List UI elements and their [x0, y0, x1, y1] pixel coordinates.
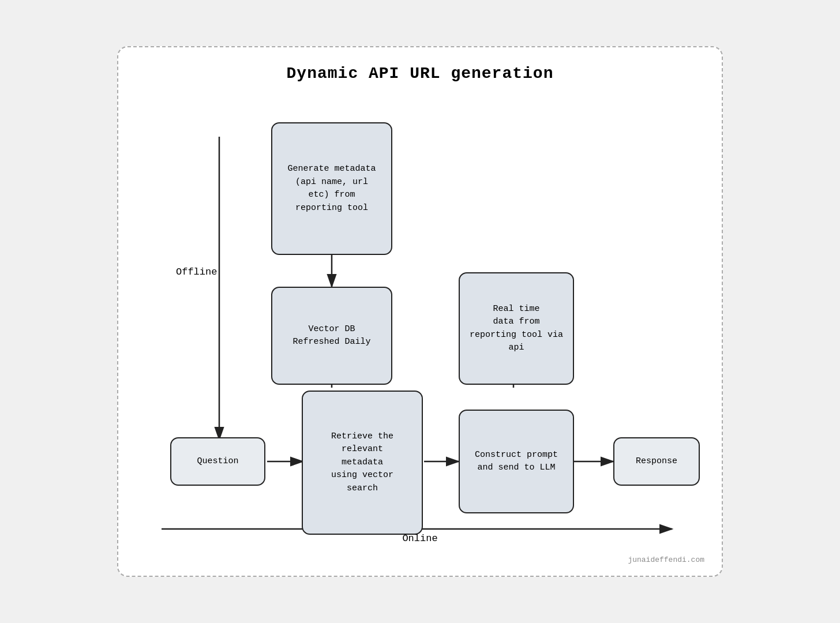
diagram-title: Dynamic API URL generation: [136, 65, 704, 82]
watermark: junaideffendi.com: [628, 556, 704, 564]
box-vector-db: Vector DB Refreshed Daily: [271, 287, 392, 385]
label-online: Online: [118, 533, 722, 544]
box-question: Question: [170, 437, 265, 486]
box-real-time: Real time data from reporting tool via a…: [459, 272, 574, 385]
box-retrieve: Retrieve the relevant metadata using vec…: [302, 391, 423, 535]
box-generate-metadata: Generate metadata (api name, url etc) fr…: [271, 122, 392, 255]
box-response: Response: [613, 437, 700, 486]
diagram-container: Dynamic API URL generation Gen: [117, 46, 723, 577]
label-offline: Offline: [176, 267, 217, 277]
box-construct: Construct prompt and send to LLM: [459, 410, 574, 513]
